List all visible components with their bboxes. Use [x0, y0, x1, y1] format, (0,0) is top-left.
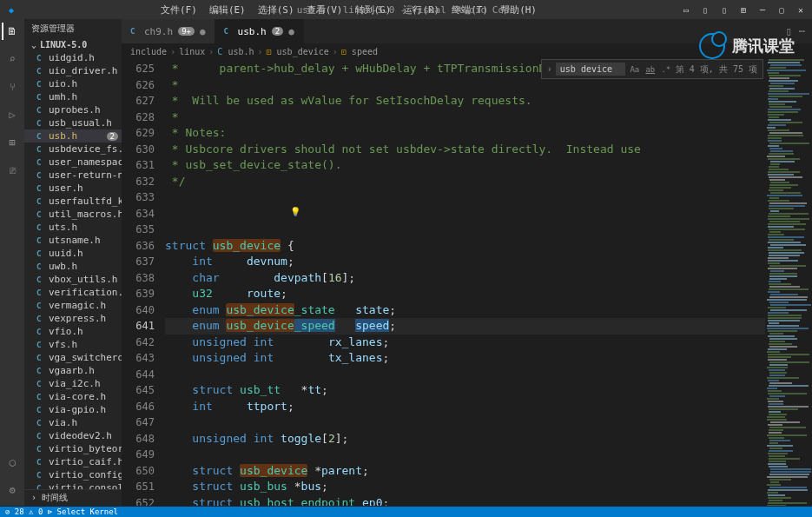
close-icon[interactable]: ●: [288, 26, 294, 37]
breadcrumb-item[interactable]: C usb.h: [217, 47, 254, 56]
c-file-icon: C: [36, 158, 45, 167]
breadcrumb-item[interactable]: ⊡ speed: [341, 47, 378, 56]
file-item[interactable]: Cusbdevice_fs.h: [24, 143, 122, 156]
file-item[interactable]: Cusb_usual.h: [24, 116, 122, 129]
menu-item[interactable]: 文件(F): [155, 2, 202, 18]
layout-icon[interactable]: ▭: [680, 3, 692, 16]
find-input[interactable]: [556, 63, 625, 76]
c-file-icon: C: [36, 119, 45, 128]
word-icon[interactable]: ab: [644, 63, 657, 76]
project-title[interactable]: ⌄ LINUX-5.0: [24, 38, 122, 51]
file-item[interactable]: Cuser.h: [24, 182, 122, 195]
regex-icon[interactable]: .*: [660, 63, 672, 76]
remote-icon[interactable]: ⎚: [3, 162, 21, 179]
c-file-icon: C: [36, 380, 45, 388]
breadcrumb-item[interactable]: linux: [179, 47, 205, 56]
layout-icon[interactable]: ▯: [699, 3, 711, 16]
tab[interactable]: Cch9.h9+●: [122, 19, 215, 43]
close-icon[interactable]: ✕: [795, 3, 807, 16]
file-item[interactable]: Cuserfaultfd_k.h: [24, 195, 122, 208]
file-item[interactable]: Cvgaarb.h: [24, 364, 122, 377]
file-item[interactable]: Cvfs.h: [24, 338, 122, 351]
debug-icon[interactable]: ▷: [3, 106, 21, 123]
file-item[interactable]: Cvga_switcheroo.h: [24, 351, 122, 364]
scm-icon[interactable]: ⑂: [3, 78, 21, 96]
account-icon[interactable]: ◯: [3, 454, 21, 471]
file-item[interactable]: Cvfio.h: [24, 325, 122, 338]
c-file-icon: C: [36, 471, 45, 480]
chevron-right-icon[interactable]: ›: [547, 64, 552, 74]
c-file-icon: C: [36, 432, 45, 441]
search-icon[interactable]: ⌕: [3, 50, 21, 68]
tab-badge: 2: [272, 27, 283, 36]
sidebar-header: 资源管理器: [24, 19, 122, 38]
timeline-section[interactable]: › 时间线: [24, 489, 122, 506]
file-item[interactable]: Cuser_namespace.h: [24, 156, 122, 169]
close-icon[interactable]: ●: [200, 26, 206, 37]
menu-item[interactable]: 编辑(E): [204, 2, 251, 18]
window-controls: ▭ ▯ ▯ ⊞ ─ ▢ ✕: [680, 3, 807, 16]
file-item[interactable]: Cvia.h: [24, 416, 122, 429]
c-file-icon: C: [36, 341, 45, 349]
status-left[interactable]: ⊘ 28 ⚠ 0 ⊳ Select Kernel: [5, 507, 118, 516]
file-item[interactable]: Cvirtio_config.h: [24, 468, 122, 481]
c-file-icon: C: [36, 288, 45, 297]
c-file-icon: C: [36, 223, 45, 232]
file-item[interactable]: Cuprobes.h: [24, 103, 122, 116]
find-widget: › Aa ab .* 第 4 项, 共 75 项: [541, 59, 763, 79]
breadcrumb-item[interactable]: include: [130, 47, 167, 56]
file-item[interactable]: Cvbox_utils.h: [24, 273, 122, 286]
more-icon[interactable]: ⋯: [799, 25, 805, 37]
code[interactable]: * parent->hub_delay + wHubDelay + tTPTra…: [165, 59, 765, 506]
c-file-icon: C: [36, 275, 45, 284]
file-item[interactable]: Cusb.h2: [24, 129, 122, 143]
maximize-icon[interactable]: ▢: [776, 3, 788, 16]
lightbulb-icon[interactable]: 💡: [290, 207, 300, 216]
layout-icon[interactable]: ⊞: [737, 3, 749, 16]
c-file-icon: C: [36, 210, 45, 219]
file-item[interactable]: Cumh.h: [24, 90, 122, 103]
file-item[interactable]: Cvirtio_byteorder.h: [24, 442, 122, 455]
file-item[interactable]: Cvia-core.h: [24, 390, 122, 403]
file-item[interactable]: Cvideodev2.h: [24, 429, 122, 442]
c-file-icon: C: [36, 302, 45, 310]
file-item[interactable]: Cuidgid.h: [24, 51, 122, 64]
file-item[interactable]: Cverification.h: [24, 286, 122, 299]
file-item[interactable]: Cvermagic.h: [24, 299, 122, 312]
file-item[interactable]: Cutsname.h: [24, 234, 122, 247]
file-item[interactable]: Cvirtio_caif.h: [24, 455, 122, 468]
file-item[interactable]: Cuuid.h: [24, 247, 122, 260]
explorer-icon[interactable]: 🗎: [2, 23, 19, 40]
split-icon[interactable]: ▯: [786, 25, 792, 37]
window-title: usb.h - linux-5.0 - Visual Studio Code: [297, 4, 516, 16]
minimize-icon[interactable]: ─: [756, 3, 769, 16]
tab[interactable]: Cusb.h2●: [215, 19, 304, 43]
file-item[interactable]: Cuio.h: [24, 77, 122, 90]
file-item[interactable]: Cuwb.h: [24, 260, 122, 273]
settings-icon[interactable]: ⚙: [3, 481, 21, 499]
file-item[interactable]: Cvexpress.h: [24, 312, 122, 325]
file-item[interactable]: Cutil_macros.h: [24, 208, 122, 221]
c-file-icon: C: [36, 184, 45, 193]
c-file-icon: C: [36, 249, 45, 258]
c-file-icon: C: [36, 419, 45, 428]
c-file-icon: C: [36, 171, 45, 180]
minimap[interactable]: [765, 59, 812, 506]
c-file-icon: C: [36, 93, 45, 102]
file-item[interactable]: Cvia_i2c.h: [24, 377, 122, 390]
file-item[interactable]: Cuser-return-notifier.h: [24, 169, 122, 182]
extensions-icon[interactable]: ⊞: [3, 134, 21, 151]
file-item[interactable]: Cuts.h: [24, 221, 122, 234]
breadcrumb-item[interactable]: ⊡ usb_device: [267, 47, 329, 56]
file-item[interactable]: Cuio_driver.h: [24, 64, 122, 77]
breadcrumb[interactable]: include›linux›C usb.h›⊡ usb_device›⊡ spe…: [122, 43, 812, 59]
editor-content[interactable]: › Aa ab .* 第 4 项, 共 75 项 625626627628629…: [122, 59, 812, 506]
layout-icon[interactable]: ▯: [718, 3, 730, 16]
file-item[interactable]: Cvirtio_console.h: [24, 481, 122, 489]
menu-item[interactable]: 选择(S): [253, 2, 300, 18]
vscode-icon: ◆: [5, 3, 17, 16]
c-file-icon: C: [36, 458, 45, 467]
file-item[interactable]: Cvia-gpio.h: [24, 403, 122, 416]
case-icon[interactable]: Aa: [629, 63, 641, 76]
tabs: Cch9.h9+●Cusb.h2●▯⋯: [122, 19, 812, 43]
